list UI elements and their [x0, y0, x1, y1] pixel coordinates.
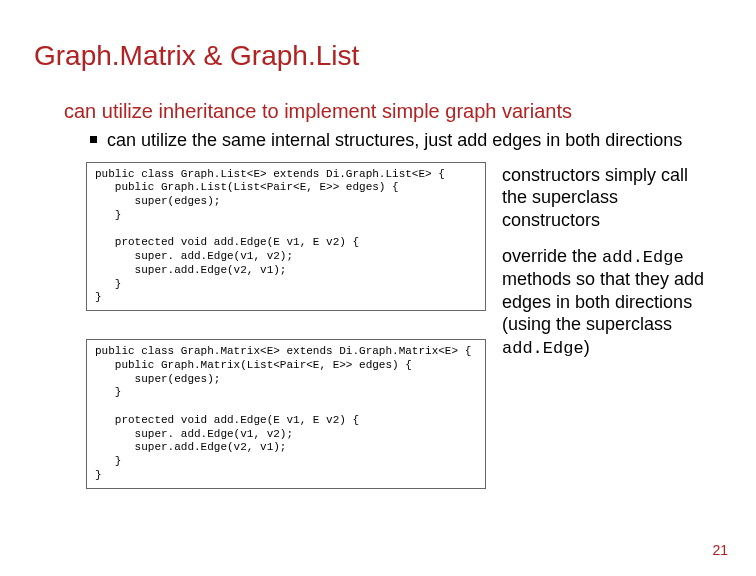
bullet-text: can utilize the same internal structures…	[107, 129, 682, 152]
side-note-constructors: constructors simply call the superclass …	[502, 164, 712, 232]
side-text-c: )	[584, 337, 590, 357]
side-text-b: methods so that they add edges in both d…	[502, 269, 704, 334]
side-note-override: override the add.Edge methods so that th…	[502, 245, 712, 359]
code-box-graphmatrix: public class Graph.Matrix<E> extends Di.…	[86, 339, 486, 489]
code-box-graphlist: public class Graph.List<E> extends Di.Gr…	[86, 162, 486, 312]
bullet-marker-icon	[90, 136, 97, 143]
side-text-a: override the	[502, 246, 602, 266]
inline-code-addedge-2: add.Edge	[502, 339, 584, 358]
content-area: public class Graph.List<E> extends Di.Gr…	[86, 162, 726, 489]
page-number: 21	[712, 542, 728, 558]
slide-title: Graph.Matrix & Graph.List	[34, 40, 726, 72]
side-column: constructors simply call the superclass …	[502, 162, 712, 489]
code-column: public class Graph.List<E> extends Di.Gr…	[86, 162, 486, 489]
bullet-item: can utilize the same internal structures…	[90, 129, 726, 152]
inline-code-addedge-1: add.Edge	[602, 248, 684, 267]
slide-subtitle: can utilize inheritance to implement sim…	[64, 100, 726, 123]
